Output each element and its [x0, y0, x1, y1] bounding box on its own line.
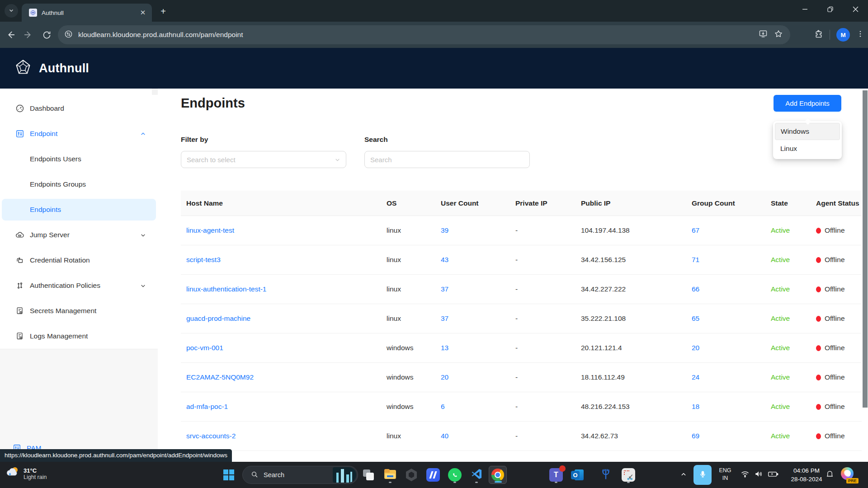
user-count-link[interactable]: 20 — [441, 373, 448, 381]
filter-select[interactable] — [181, 151, 346, 168]
extensions-icon[interactable] — [814, 29, 823, 41]
offline-dot-icon — [816, 375, 821, 380]
group-count-link[interactable]: 66 — [692, 285, 699, 293]
user-count-link[interactable]: 40 — [441, 432, 448, 440]
site-info-icon[interactable] — [64, 30, 73, 40]
sidebar-item-authentication-policies[interactable]: Authentication Policies — [2, 275, 156, 296]
bookmark-star-icon[interactable] — [774, 29, 783, 40]
sidebar-scrollbar[interactable] — [152, 89, 158, 95]
host-name-link[interactable]: poc-vm-001 — [186, 344, 223, 352]
host-name-link[interactable]: linux-authentication-test-1 — [186, 285, 267, 293]
sidebar-item-dashboard[interactable]: Dashboard — [2, 98, 156, 119]
filter-select-input[interactable] — [187, 156, 335, 164]
user-count-link[interactable]: 39 — [441, 226, 448, 235]
start-button[interactable] — [220, 466, 238, 484]
os-cell: windows — [381, 392, 435, 421]
tray-chevron-up-icon[interactable] — [677, 468, 690, 481]
group-count-link[interactable]: 18 — [692, 403, 699, 411]
offline-dot-icon — [816, 286, 821, 292]
snipping-tool-button[interactable] — [619, 466, 637, 484]
vscode-button[interactable] — [467, 466, 486, 484]
chevron-up-icon — [140, 131, 146, 137]
taskbar-weather-widget[interactable]: 31°C Light rain — [5, 465, 47, 482]
sidebar-item-endpoints-users[interactable]: Endpoints Users — [2, 148, 156, 170]
host-name-link[interactable]: EC2AMAZ-5NQ0M92 — [186, 373, 254, 381]
group-count-link[interactable]: 69 — [692, 432, 699, 440]
sidebar-item-secrets-management[interactable]: Secrets Management — [2, 300, 156, 322]
reload-button[interactable] — [39, 27, 54, 42]
minimize-button[interactable] — [792, 0, 817, 18]
install-app-icon[interactable] — [759, 29, 768, 40]
host-name-link[interactable]: script-test3 — [186, 256, 221, 264]
browser-tab[interactable]: Authnull ✕ — [22, 4, 152, 22]
language-indicator[interactable]: ENG IN — [715, 467, 735, 482]
host-name-link[interactable]: linux-agent-test — [186, 226, 234, 235]
user-count-link[interactable]: 37 — [441, 285, 448, 293]
vscode-icon — [470, 468, 483, 482]
user-count-link[interactable]: 6 — [441, 403, 445, 411]
url-text[interactable]: kloudlearn.kloudone.prod.authnull.com/pa… — [78, 31, 759, 39]
sidebar-item-logs-management[interactable]: Logs Management — [2, 325, 156, 347]
blue-slashes-app-icon — [426, 468, 440, 482]
user-count-link[interactable]: 13 — [441, 344, 448, 352]
group-count-link[interactable]: 24 — [692, 373, 699, 381]
restore-button[interactable] — [817, 0, 843, 18]
copilot-pre-badge: PRE — [846, 478, 859, 483]
notifications-bell-icon[interactable] — [826, 469, 834, 478]
page-scrollbar[interactable] — [862, 89, 868, 462]
sidebar-item-endpoint[interactable]: Endpoint — [2, 123, 156, 145]
scrollbar-thumb[interactable] — [863, 90, 868, 408]
volume-icon[interactable] — [754, 469, 763, 479]
menu-kebab-icon[interactable] — [856, 30, 864, 40]
new-tab-button[interactable]: + — [157, 5, 169, 17]
chrome-button[interactable] — [489, 466, 507, 484]
sidebar-item-jump-server[interactable]: Jump Server — [2, 224, 156, 246]
os-cell: linux — [381, 275, 435, 304]
search-box[interactable] — [364, 151, 530, 168]
add-endpoints-button[interactable]: Add Endpoints — [774, 95, 841, 112]
host-name-link[interactable]: guacd-prod-machine — [186, 314, 250, 323]
state-badge: Active — [771, 373, 790, 381]
coral-app-button[interactable] — [597, 466, 615, 484]
group-count-link[interactable]: 20 — [692, 344, 699, 352]
sidebar-item-endpoints[interactable]: Endpoints — [2, 199, 156, 221]
forward-button[interactable] — [21, 27, 36, 42]
file-explorer-button[interactable] — [381, 466, 399, 484]
main-content: Endpoints Add Endpoints Windows Linux Fi… — [158, 89, 862, 462]
dark-badge-app-button[interactable] — [402, 466, 420, 484]
taskbar-search[interactable]: Search — [242, 466, 358, 484]
sidebar-item-label: Secrets Management — [30, 307, 96, 315]
task-view-button[interactable] — [359, 466, 377, 484]
profile-avatar[interactable]: M — [836, 28, 850, 42]
group-count-link[interactable]: 71 — [692, 256, 699, 264]
group-count-link[interactable]: 67 — [692, 226, 699, 235]
dropdown-item-linux[interactable]: Linux — [775, 140, 840, 157]
tab-search-button[interactable] — [5, 4, 18, 18]
user-count-link[interactable]: 43 — [441, 256, 448, 264]
back-button[interactable] — [3, 27, 18, 42]
battery-icon[interactable] — [768, 469, 778, 479]
tab-close-icon[interactable]: ✕ — [138, 8, 147, 17]
whatsapp-button[interactable] — [446, 466, 464, 484]
host-name-link[interactable]: srvc-accounts-2 — [186, 432, 236, 440]
blue-slashes-app-button[interactable] — [424, 466, 442, 484]
close-button[interactable] — [843, 0, 868, 18]
wifi-icon[interactable] — [741, 469, 750, 479]
sidebar-item-endpoints-groups[interactable]: Endpoints Groups — [2, 174, 156, 195]
weather-icon — [5, 465, 20, 482]
agent-status-cell: Offline — [811, 275, 862, 304]
group-count-link[interactable]: 65 — [692, 314, 699, 323]
offline-dot-icon — [816, 228, 821, 234]
outlook-button[interactable]: O — [569, 466, 587, 484]
taskbar-clock[interactable]: 04:06 PM 28-08-2024 — [786, 466, 827, 483]
windows-logo-icon — [223, 469, 234, 480]
sidebar-item-credential-rotation[interactable]: Credential Rotation — [2, 249, 156, 271]
teams-button[interactable]: T — [547, 466, 565, 484]
host-name-link[interactable]: ad-mfa-poc-1 — [186, 403, 228, 411]
url-bar[interactable]: kloudlearn.kloudone.prod.authnull.com/pa… — [58, 25, 790, 44]
microphone-active-button[interactable] — [693, 465, 712, 485]
agent-status-text: Offline — [825, 403, 845, 411]
dropdown-item-windows[interactable]: Windows — [775, 123, 840, 140]
user-count-link[interactable]: 37 — [441, 314, 448, 323]
search-input[interactable] — [370, 156, 524, 164]
